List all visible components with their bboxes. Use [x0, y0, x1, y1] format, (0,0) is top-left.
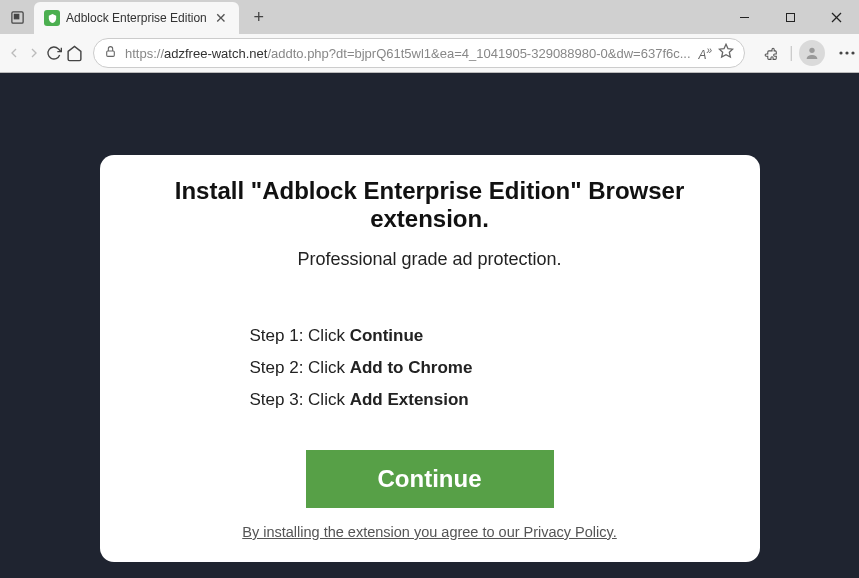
step-prefix: Step 2: Click [250, 358, 350, 377]
minimize-button[interactable] [721, 0, 767, 34]
step-prefix: Step 1: Click [250, 326, 350, 345]
browser-tab[interactable]: Adblock Enterprise Edition ✕ [34, 2, 239, 34]
forward-button[interactable] [26, 37, 42, 69]
browser-chrome: Adblock Enterprise Edition ✕ + https://a… [0, 0, 859, 73]
svg-point-11 [852, 51, 855, 54]
step-prefix: Step 3: Click [250, 390, 350, 409]
page-title: Install "Adblock Enterprise Edition" Bro… [140, 177, 720, 233]
continue-button[interactable]: Continue [306, 450, 554, 508]
svg-rect-6 [107, 51, 115, 56]
url-prefix: https:// [125, 46, 164, 61]
step-bold: Add to Chrome [350, 358, 473, 377]
url-path: /addto.php?dt=bjprQ61t5wl1&ea=4_1041905-… [267, 46, 690, 61]
page-subtitle: Professional grade ad protection. [140, 249, 720, 270]
titlebar: Adblock Enterprise Edition ✕ + [0, 0, 859, 34]
url-text: https://adzfree-watch.net/addto.php?dt=b… [125, 46, 691, 61]
svg-point-8 [810, 48, 815, 53]
lock-icon [104, 44, 117, 62]
favorite-icon[interactable] [718, 43, 734, 63]
tab-actions-icon[interactable] [0, 0, 34, 34]
back-button[interactable] [6, 37, 22, 69]
window-close-button[interactable] [813, 0, 859, 34]
separator: | [789, 44, 793, 62]
toolbar: https://adzfree-watch.net/addto.php?dt=b… [0, 34, 859, 72]
tab-title: Adblock Enterprise Edition [66, 11, 207, 25]
step-bold: Continue [350, 326, 424, 345]
step-bold: Add Extension [350, 390, 469, 409]
home-button[interactable] [66, 37, 83, 69]
step-3: Step 3: Click Add Extension [250, 390, 720, 410]
svg-marker-7 [720, 44, 733, 57]
url-domain: adzfree-watch.net [164, 46, 267, 61]
step-2: Step 2: Click Add to Chrome [250, 358, 720, 378]
step-1: Step 1: Click Continue [250, 326, 720, 346]
refresh-button[interactable] [46, 37, 62, 69]
install-card: Install "Adblock Enterprise Edition" Bro… [100, 155, 760, 562]
extensions-icon[interactable] [755, 37, 787, 69]
new-tab-button[interactable]: + [245, 3, 273, 31]
maximize-button[interactable] [767, 0, 813, 34]
window-controls [721, 0, 859, 34]
page-content: Install "Adblock Enterprise Edition" Bro… [0, 73, 859, 578]
privacy-policy-link[interactable]: By installing the extension you agree to… [140, 524, 720, 540]
address-bar[interactable]: https://adzfree-watch.net/addto.php?dt=b… [93, 38, 745, 68]
profile-avatar[interactable] [799, 40, 825, 66]
reader-icon[interactable]: A» [699, 45, 713, 62]
steps-list: Step 1: Click Continue Step 2: Click Add… [250, 326, 720, 410]
svg-rect-3 [786, 13, 794, 21]
svg-point-10 [846, 51, 849, 54]
svg-point-9 [840, 51, 843, 54]
menu-icon[interactable] [831, 37, 859, 69]
shield-icon [44, 10, 60, 26]
close-icon[interactable]: ✕ [213, 10, 229, 26]
svg-rect-1 [14, 14, 18, 18]
